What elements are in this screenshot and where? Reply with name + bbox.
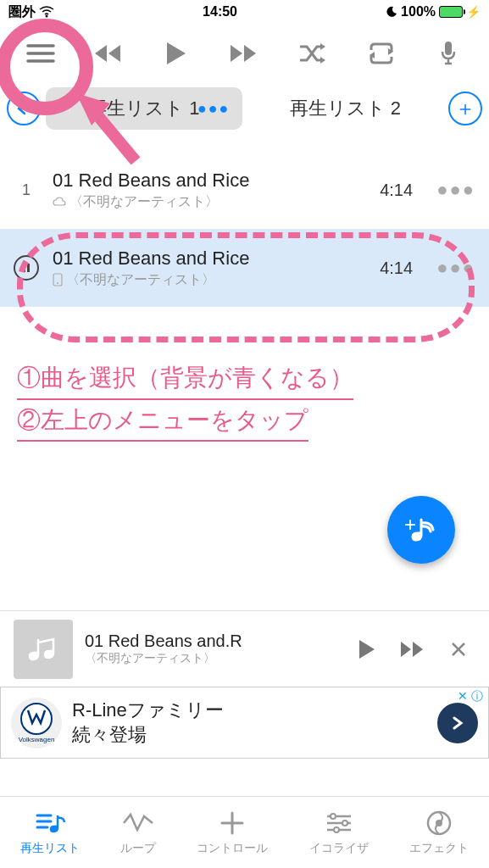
now-playing-title: 01 Red Beans and.R xyxy=(85,632,338,651)
svg-point-0 xyxy=(46,15,48,18)
nav-equalizer[interactable]: イコライザ xyxy=(309,809,369,856)
track-title: 01 Red Beans and Rice xyxy=(53,170,366,192)
track-artist-text: 〈不明なアーティスト〉 xyxy=(66,271,215,289)
track-row[interactable]: 1 01 Red Beans and Rice 〈不明なアーティスト〉 4:14… xyxy=(0,151,489,229)
clock-text: 14:50 xyxy=(203,4,237,19)
track-artist-text: 〈不明なアーティスト〉 xyxy=(69,193,219,211)
mini-play-button[interactable] xyxy=(350,638,384,660)
svg-point-11 xyxy=(52,826,58,832)
cloud-icon xyxy=(53,197,66,207)
playlist-tabs: 再生リスト 1 ●●● 再生リスト 2 ＋ xyxy=(0,83,489,134)
svg-point-13 xyxy=(342,821,347,826)
carrier-text: 圏外 xyxy=(8,3,36,21)
battery-text: 100% xyxy=(401,4,436,19)
mic-button[interactable] xyxy=(428,33,469,74)
ad-info-icon[interactable]: ✕ⓘ xyxy=(458,689,483,704)
svg-point-10 xyxy=(21,704,52,734)
svg-rect-3 xyxy=(27,264,30,272)
tab-playlist-1[interactable]: 再生リスト 1 ●●● xyxy=(46,87,242,130)
nav-label: コントロール xyxy=(197,841,268,856)
svg-point-14 xyxy=(334,827,339,832)
previous-button[interactable] xyxy=(88,33,129,74)
track-more-button[interactable]: ●●● xyxy=(436,179,475,201)
menu-button[interactable] xyxy=(20,33,61,74)
mini-next-button[interactable] xyxy=(396,640,430,659)
svg-point-12 xyxy=(331,814,336,819)
now-playing-artist: 〈不明なアーティスト〉 xyxy=(85,651,338,666)
ad-banner[interactable]: ✕ⓘ Volkswagen R-Lineファミリー 続々登場 xyxy=(0,687,489,759)
battery-icon xyxy=(439,6,463,18)
ad-line2: 続々登場 xyxy=(72,723,427,748)
svg-text:+: + xyxy=(404,513,416,536)
wifi-icon xyxy=(39,6,54,18)
device-icon xyxy=(53,273,63,287)
track-row[interactable]: 01 Red Beans and Rice 〈不明なアーティスト〉 4:14 ●… xyxy=(0,229,489,307)
track-title: 01 Red Beans and Rice xyxy=(53,248,366,270)
add-track-fab[interactable]: + xyxy=(387,496,455,564)
annotation-text: ①曲を選択（背景が青くなる） ②左上のメニューをタップ xyxy=(17,358,472,442)
status-bar: 圏外 14:50 100% ⚡ xyxy=(0,0,489,24)
shuffle-button[interactable] xyxy=(292,33,333,74)
pause-icon[interactable] xyxy=(14,255,39,281)
svg-point-9 xyxy=(46,651,53,658)
bottom-nav: 再生リスト ループ コントロール イコライザ エフェクト xyxy=(0,796,489,868)
nav-label: ループ xyxy=(120,841,156,856)
nav-label: エフェクト xyxy=(409,841,469,856)
track-duration: 4:14 xyxy=(380,181,413,200)
back-button[interactable] xyxy=(7,92,41,125)
tab-options-icon[interactable]: ●●● xyxy=(197,100,231,118)
nav-control[interactable]: コントロール xyxy=(197,809,268,856)
svg-rect-2 xyxy=(23,264,25,272)
repeat-button[interactable] xyxy=(360,33,401,74)
track-more-button[interactable]: ●●● xyxy=(436,257,475,279)
nav-label: 再生リスト xyxy=(20,841,80,856)
now-playing-bar: 01 Red Beans and.R 〈不明なアーティスト〉 xyxy=(0,610,489,687)
track-list: 1 01 Red Beans and Rice 〈不明なアーティスト〉 4:14… xyxy=(0,151,489,307)
nav-label: イコライザ xyxy=(309,841,369,856)
add-playlist-button[interactable]: ＋ xyxy=(448,92,482,125)
mini-close-button[interactable] xyxy=(442,642,475,657)
nav-playlist[interactable]: 再生リスト xyxy=(20,809,80,856)
annotation-line1: ①曲を選択（背景が青くなる） xyxy=(17,358,353,400)
nav-effect[interactable]: エフェクト xyxy=(409,809,469,856)
track-index: 1 xyxy=(14,181,39,199)
charging-icon: ⚡ xyxy=(466,5,481,19)
album-art-placeholder[interactable] xyxy=(14,620,73,679)
svg-point-8 xyxy=(31,653,37,659)
tab-playlist-2[interactable]: 再生リスト 2 xyxy=(247,87,444,130)
svg-point-5 xyxy=(57,282,58,284)
nav-loop[interactable]: ループ xyxy=(120,809,156,856)
next-button[interactable] xyxy=(224,33,264,74)
svg-rect-1 xyxy=(445,42,452,55)
ad-logo: Volkswagen xyxy=(11,698,62,748)
track-duration: 4:14 xyxy=(380,259,413,278)
svg-point-7 xyxy=(412,532,420,541)
moon-icon xyxy=(386,6,397,18)
annotation-line2: ②左上のメニューをタップ xyxy=(17,400,308,442)
tab-label: 再生リスト 1 xyxy=(88,96,199,121)
toolbar xyxy=(0,24,489,83)
ad-line1: R-Lineファミリー xyxy=(72,698,427,723)
ad-arrow-button[interactable] xyxy=(437,703,478,743)
play-button[interactable] xyxy=(156,33,197,74)
ad-brand: Volkswagen xyxy=(19,736,55,743)
tab-label: 再生リスト 2 xyxy=(290,96,401,121)
